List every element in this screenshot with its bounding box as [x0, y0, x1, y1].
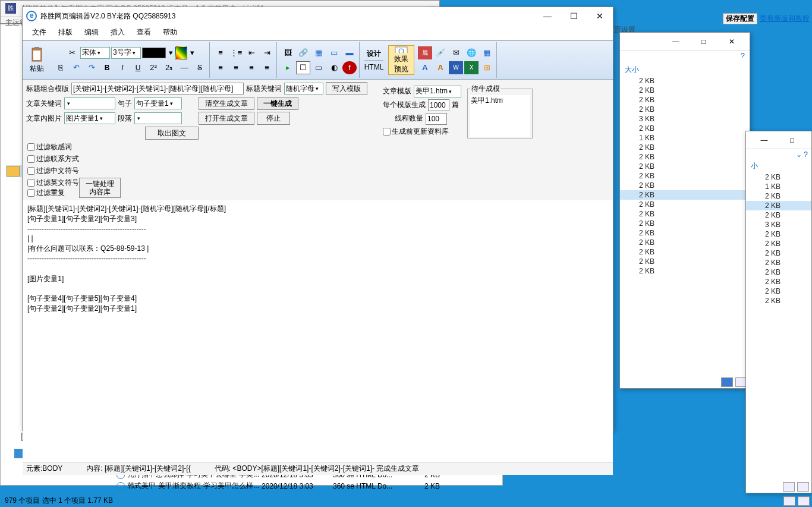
word-icon[interactable]: W — [449, 61, 463, 74]
italic-icon[interactable]: I — [115, 61, 130, 74]
minimize-icon[interactable]: — — [751, 132, 778, 149]
open-button[interactable]: 打开生成文章 — [199, 112, 254, 125]
list-item[interactable]: 2 KB — [620, 257, 750, 266]
highlight-icon[interactable] — [175, 46, 187, 59]
list-item[interactable]: 3 KB — [620, 114, 750, 124]
list-item[interactable]: 2 KB — [620, 95, 750, 105]
table-icon[interactable]: ▦ — [311, 46, 326, 59]
paste-button[interactable]: 粘贴 — [24, 45, 50, 75]
list-num-icon[interactable]: ≡ — [213, 46, 228, 59]
chevron-down-icon[interactable]: ▾ — [188, 46, 196, 59]
media-icon[interactable]: ◐ — [327, 61, 341, 74]
close-icon[interactable]: ✕ — [807, 132, 812, 149]
list-item[interactable]: 2 KB — [620, 181, 750, 190]
help-icon[interactable]: ? — [804, 150, 808, 159]
stop-button[interactable]: 停止 — [257, 112, 290, 125]
select-icon[interactable]: ▭ — [311, 61, 326, 74]
underline-icon[interactable]: U — [131, 61, 145, 74]
list-item[interactable]: 2 KB — [620, 228, 750, 238]
align-center-icon[interactable]: ≡ — [229, 61, 243, 74]
menu-layout[interactable]: 排版 — [53, 26, 77, 39]
list-item[interactable]: 2 KB — [620, 162, 750, 171]
filter-checkbox[interactable] — [27, 143, 35, 151]
list-item[interactable]: 2 KB — [620, 143, 750, 152]
list-item[interactable]: 2 KB — [620, 247, 750, 257]
list-item[interactable]: 2 KB — [746, 277, 811, 286]
list-item[interactable]: 2 KB — [620, 124, 750, 133]
redo-icon[interactable]: ↷ — [84, 61, 99, 74]
font-combo[interactable]: 宋体▾ — [80, 47, 110, 59]
button-icon[interactable]: ▬ — [342, 46, 357, 59]
para-combo[interactable]: ▾ — [134, 112, 182, 124]
editor-body[interactable]: [标题][关键词1]-[关键词2]-[关键词1]-[随机字母][随机字母][/标… — [23, 200, 613, 462]
maximize-icon[interactable]: □ — [779, 132, 805, 149]
list-item[interactable]: 2 KB — [746, 172, 811, 182]
design-button[interactable]: 设计 HTML — [361, 45, 387, 75]
file-row[interactable]: 韩式美甲-美甲渐变教程-学习美甲怎么样...2020/12/18 3:03360… — [113, 480, 808, 492]
generate-button[interactable]: 一键生成 — [257, 97, 298, 110]
filter-checkbox[interactable] — [27, 155, 35, 163]
tmpl-combo[interactable]: 美甲1.htm▾ — [414, 86, 461, 97]
sentence-combo[interactable]: 句子变量1▾ — [134, 97, 182, 109]
menu-insert[interactable]: 插入 — [106, 26, 130, 39]
update-checkbox[interactable] — [383, 128, 391, 136]
minimize-icon[interactable]: — — [534, 8, 561, 24]
globe-icon[interactable]: 🌐 — [464, 46, 479, 59]
help-link[interactable]: 查看新版和教程 — [760, 14, 810, 24]
pending-list[interactable]: 美甲1.htm — [470, 95, 530, 137]
list-item[interactable]: 2 KB — [746, 248, 811, 258]
undo-icon[interactable]: ↶ — [69, 61, 83, 74]
menu-edit[interactable]: 编辑 — [80, 26, 103, 39]
view-detail-icon[interactable] — [783, 482, 795, 492]
list-item[interactable]: 2 KB — [620, 190, 750, 200]
list-item[interactable]: 2 KB — [746, 296, 811, 306]
close-icon[interactable]: ✕ — [587, 8, 613, 24]
list-item[interactable]: 2 KB — [620, 200, 750, 209]
chevron-down-icon[interactable]: ⌄ — [796, 150, 802, 159]
list-item[interactable]: 2 KB — [620, 219, 750, 228]
list-item[interactable]: 2 KB — [746, 258, 811, 267]
list-item[interactable]: 2 KB — [746, 239, 811, 248]
list-item[interactable]: 2 KB — [620, 105, 750, 114]
indent-icon[interactable]: ⇥ — [260, 46, 274, 59]
menu-help[interactable]: 帮助 — [158, 26, 182, 39]
process-button[interactable]: 一键处理 内容库 — [79, 178, 121, 198]
align-right-icon[interactable]: ≡ — [244, 61, 259, 74]
align-justify-icon[interactable]: ≡ — [260, 61, 274, 74]
template-input[interactable] — [71, 83, 244, 95]
list-item[interactable]: 2 KB — [620, 171, 750, 181]
threads-input[interactable] — [426, 113, 447, 125]
flash-icon[interactable]: f — [342, 61, 357, 74]
filter-checkbox[interactable] — [27, 167, 35, 175]
size-combo[interactable]: 3号字▾ — [111, 47, 141, 59]
picker-icon[interactable]: 💉 — [433, 46, 448, 59]
list-item[interactable]: 2 KB — [746, 191, 811, 201]
chevron-down-icon[interactable]: ▾ — [167, 46, 174, 59]
close-icon[interactable]: ✕ — [718, 33, 745, 50]
view-grid-icon[interactable] — [797, 482, 809, 492]
align-left-icon[interactable]: ≡ — [213, 61, 228, 74]
list-item[interactable]: 2 KB — [746, 201, 811, 210]
form-icon[interactable]: ▭ — [327, 46, 341, 59]
strike-icon[interactable]: S — [193, 61, 207, 74]
art-kw-combo[interactable]: ▾ — [64, 97, 115, 109]
a-icon[interactable]: A — [418, 61, 432, 74]
checkbox-icon[interactable]: ☐ — [296, 61, 310, 74]
flag-icon[interactable]: ▸ — [281, 61, 295, 74]
list-item[interactable]: 2 KB — [746, 210, 811, 220]
list-item[interactable]: 2 KB — [620, 76, 750, 86]
size-header[interactable]: 大小 — [620, 64, 750, 76]
style-icon[interactable]: ▦ — [480, 46, 494, 59]
list-item[interactable]: 2 KB — [620, 238, 750, 247]
maximize-icon[interactable]: □ — [690, 33, 717, 50]
title-kw-combo[interactable]: 随机字母▾ — [284, 83, 323, 95]
superscript-icon[interactable]: 2³ — [146, 61, 160, 74]
list-item[interactable]: 2 KB — [620, 266, 750, 276]
mail-icon[interactable]: ✉ — [449, 46, 463, 59]
attr-icon[interactable]: 属 — [418, 46, 432, 59]
clear-button[interactable]: 清空生成文章 — [199, 97, 254, 110]
grid-icon[interactable]: ⊞ — [480, 61, 494, 74]
write-template-button[interactable]: 写入模版 — [326, 82, 367, 95]
copy-icon[interactable]: ⎘ — [53, 61, 68, 74]
list-item[interactable]: 1 KB — [620, 133, 750, 143]
